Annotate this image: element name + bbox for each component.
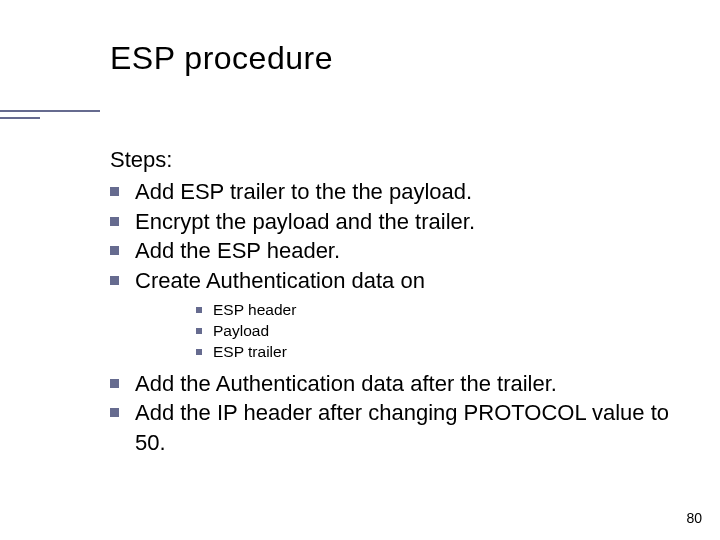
bullet-icon bbox=[110, 276, 119, 285]
list-item-text: Add the ESP header. bbox=[135, 236, 670, 266]
list-item-text: Payload bbox=[213, 321, 670, 342]
list-item-text: Encrypt the payload and the trailer. bbox=[135, 207, 670, 237]
list-item: ESP header bbox=[196, 300, 670, 321]
steps-list-b: Add the Authentication data after the tr… bbox=[110, 369, 670, 458]
list-item: Add ESP trailer to the the payload. bbox=[110, 177, 670, 207]
list-item: Add the Authentication data after the tr… bbox=[110, 369, 670, 399]
bullet-icon bbox=[110, 217, 119, 226]
list-item-text: ESP header bbox=[213, 300, 670, 321]
list-item: Create Authentication data on bbox=[110, 266, 670, 296]
list-item: Add the IP header after changing PROTOCO… bbox=[110, 398, 670, 457]
slide-title: ESP procedure bbox=[110, 40, 670, 77]
title-block: ESP procedure bbox=[110, 40, 670, 77]
list-item: ESP trailer bbox=[196, 342, 670, 363]
list-item-text: Add the IP header after changing PROTOCO… bbox=[135, 398, 670, 457]
bullet-icon bbox=[196, 349, 202, 355]
title-rule-long bbox=[0, 110, 100, 112]
page-number: 80 bbox=[686, 510, 702, 526]
list-item-text: Add the Authentication data after the tr… bbox=[135, 369, 670, 399]
list-item-text: ESP trailer bbox=[213, 342, 670, 363]
title-rule-short bbox=[0, 117, 40, 119]
steps-list-a: Add ESP trailer to the the payload. Encr… bbox=[110, 177, 670, 296]
list-item-text: Create Authentication data on bbox=[135, 266, 670, 296]
list-item: Encrypt the payload and the trailer. bbox=[110, 207, 670, 237]
list-item: Payload bbox=[196, 321, 670, 342]
bullet-icon bbox=[110, 379, 119, 388]
bullet-icon bbox=[110, 246, 119, 255]
bullet-icon bbox=[196, 307, 202, 313]
list-item-text: Add ESP trailer to the the payload. bbox=[135, 177, 670, 207]
steps-label: Steps: bbox=[110, 147, 670, 173]
bullet-icon bbox=[110, 408, 119, 417]
slide-body: Steps: Add ESP trailer to the the payloa… bbox=[110, 95, 670, 458]
bullet-icon bbox=[110, 187, 119, 196]
bullet-icon bbox=[196, 328, 202, 334]
sub-list: ESP header Payload ESP trailer bbox=[196, 300, 670, 363]
list-item: Add the ESP header. bbox=[110, 236, 670, 266]
slide: ESP procedure Steps: Add ESP trailer to … bbox=[0, 0, 720, 540]
